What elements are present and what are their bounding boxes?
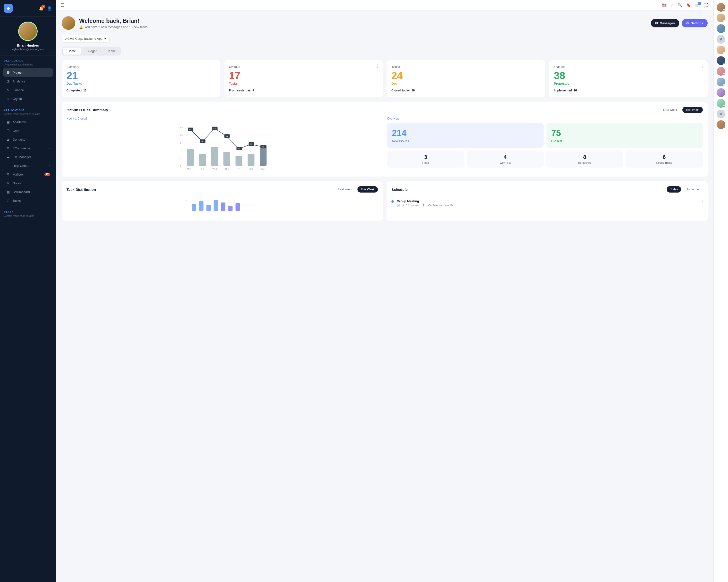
sidebar-item-tasks[interactable]: ✓ Tasks [3, 196, 53, 205]
applications-sub: Custom made application designs [3, 113, 53, 115]
sidebar-item-chat[interactable]: ☐ Chat [3, 127, 53, 135]
svg-text:0: 0 [180, 165, 182, 167]
right-panel-avatar-4[interactable]: M [717, 35, 725, 44]
svg-rect-17 [248, 154, 255, 166]
stat-menu-icon[interactable]: ⋮ [375, 64, 379, 68]
github-title: Github Issues Summary [67, 108, 108, 112]
user-avatar[interactable] [18, 22, 37, 41]
task-this-week-btn[interactable]: This Week [358, 186, 378, 193]
app-logo-icon[interactable]: ◆ [4, 4, 12, 12]
schedule-item-text: Group Meeting 🕐 in 32 minutes 📍 Conferen… [397, 199, 453, 207]
right-panel-avatar-7[interactable] [717, 67, 725, 76]
sidebar-item-ecommerce[interactable]: ⊕ ECommerce › [3, 144, 53, 152]
search-icon[interactable]: 🔍 [678, 3, 682, 7]
online-dot [723, 105, 725, 107]
sidebar-item-project[interactable]: ☰ Project [3, 68, 53, 77]
right-panel-avatar-6[interactable] [717, 56, 725, 65]
welcome-avatar [62, 16, 75, 30]
svg-text:20: 20 [238, 147, 240, 149]
github-this-week-btn[interactable]: This Week [682, 107, 703, 113]
right-panel-avatar-9[interactable] [717, 88, 725, 97]
right-panel-avatar-11[interactable]: M [717, 110, 725, 118]
sidebar-item-label: Crypto [12, 97, 22, 101]
cart-icon[interactable]: 🛒 5 [695, 3, 700, 7]
stat-menu-icon[interactable]: ⋮ [538, 64, 542, 68]
sidebar-item-contacts[interactable]: ♟ Contacts [3, 135, 53, 144]
task-last-week-btn[interactable]: Last Week [335, 186, 355, 193]
svg-rect-45 [199, 201, 204, 211]
tab-budget[interactable]: Budget [82, 48, 101, 55]
stat-detail-key: Completed: [67, 89, 83, 92]
svg-rect-15 [224, 152, 230, 166]
notifications-icon[interactable]: 🔔 3 [39, 6, 44, 11]
stat-detail-val: 16 [574, 89, 577, 92]
right-panel-avatar-5[interactable] [717, 46, 725, 54]
tab-budget-label: Budget [87, 49, 97, 53]
stat-detail-key: Closed today: [391, 89, 412, 92]
schedule-location: Conference room 1B [428, 204, 453, 207]
right-panel-avatar-2[interactable] [717, 13, 725, 22]
stat-features-detail: Implemented: 16 [554, 89, 703, 92]
finance-icon: $ [6, 88, 10, 92]
svg-text:36: 36 [180, 134, 183, 136]
stat-issues-number: 24 [391, 71, 540, 81]
chevron-right-icon[interactable]: › [702, 199, 703, 203]
overview-area: Overview 214 New Issues 75 Closed [387, 117, 703, 172]
scrumboard-icon: ▦ [6, 190, 10, 194]
tab-home[interactable]: Home [62, 48, 81, 55]
stat-menu-icon[interactable]: ⋮ [700, 64, 704, 68]
welcome-subtitle: 🔔 You have 2 new messages and 15 new tas… [79, 25, 148, 29]
sidebar-item-mailbox[interactable]: ✉ Mailbox 27 [3, 170, 53, 178]
sidebar-item-finance[interactable]: $ Finance [3, 86, 53, 94]
user-name: Brian Hughes [17, 44, 39, 47]
user-circle-icon[interactable]: 👤 [47, 6, 52, 11]
sidebar-item-file-manager[interactable]: ☁ File Manager [3, 153, 53, 161]
line-bar-chart: 45 36 27 18 9 0 [67, 123, 382, 172]
stat-card-overdue: ⋮ Overdue 17 Tasks From yesterday: 9 [224, 60, 383, 97]
sidebar-item-notes[interactable]: ✏ Notes [3, 179, 53, 187]
sidebar-item-help-center[interactable]: ◌ Help Center › [3, 162, 53, 170]
stat-issues-detail: Closed today: 19 [391, 89, 540, 92]
schedule-today-btn[interactable]: Today [667, 186, 681, 193]
tab-team[interactable]: Team [102, 48, 120, 55]
expand-icon[interactable]: ⤢ [671, 3, 674, 7]
contacts-icon: ♟ [6, 138, 10, 141]
github-last-week-btn[interactable]: Last Week [660, 107, 680, 113]
mailbox-badge: 27 [45, 173, 50, 176]
location-icon: 📍 [422, 204, 425, 207]
right-panel-avatar-3[interactable] [717, 24, 725, 33]
schedule-title: Schedule [391, 188, 408, 192]
welcome-header: Welcome back, Brian! 🔔 You have 2 new me… [62, 16, 708, 30]
flag-icon[interactable]: 🇺🇸 [662, 3, 667, 7]
menu-icon[interactable]: ☰ [61, 2, 64, 8]
overview-label: Overview [387, 117, 703, 120]
right-panel-avatar-1[interactable] [717, 3, 725, 11]
sidebar-item-crypto[interactable]: ◎ Crypto [3, 94, 53, 103]
project-selector[interactable]: ACME Corp. Backend App ▾ [62, 35, 110, 43]
messages-button[interactable]: ✉ Messages [651, 19, 679, 27]
sidebar-item-academy[interactable]: ▣ Academy [3, 118, 53, 126]
sidebar-item-analytics[interactable]: ◔ Analytics [3, 77, 53, 85]
mini-reopened-num: 8 [550, 154, 620, 160]
stat-detail-val: 19 [412, 89, 415, 92]
svg-rect-47 [214, 200, 218, 211]
schedule-tomorrow-btn[interactable]: Tomorrow [683, 186, 703, 193]
mini-stat-wontfix: 4 Won't Fix [467, 150, 544, 168]
online-dot [723, 31, 725, 33]
settings-button[interactable]: ⚙ Settings [682, 19, 708, 27]
sidebar-item-scrumboard[interactable]: ▦ Scrumboard [3, 188, 53, 196]
right-panel-avatar-12[interactable] [717, 120, 725, 129]
dashboards-label: DASHBOARDS [3, 60, 53, 62]
stat-menu-icon[interactable]: ⋮ [213, 64, 217, 68]
svg-rect-50 [236, 203, 240, 211]
chat-icon[interactable]: 💬 [704, 3, 709, 7]
new-issues-label: New Issues [392, 139, 539, 143]
task-dist-header: Task Distribution Last Week This Week [67, 186, 378, 193]
user-email: hughes.brian@company.com [11, 48, 45, 51]
chevron-right-icon: › [49, 147, 50, 149]
online-dot [723, 62, 725, 65]
right-panel-avatar-8[interactable] [717, 78, 725, 86]
right-panel-avatar-10[interactable] [717, 99, 725, 108]
mini-fixed-num: 3 [390, 154, 461, 160]
bookmark-icon[interactable]: 🔖 [686, 3, 691, 7]
